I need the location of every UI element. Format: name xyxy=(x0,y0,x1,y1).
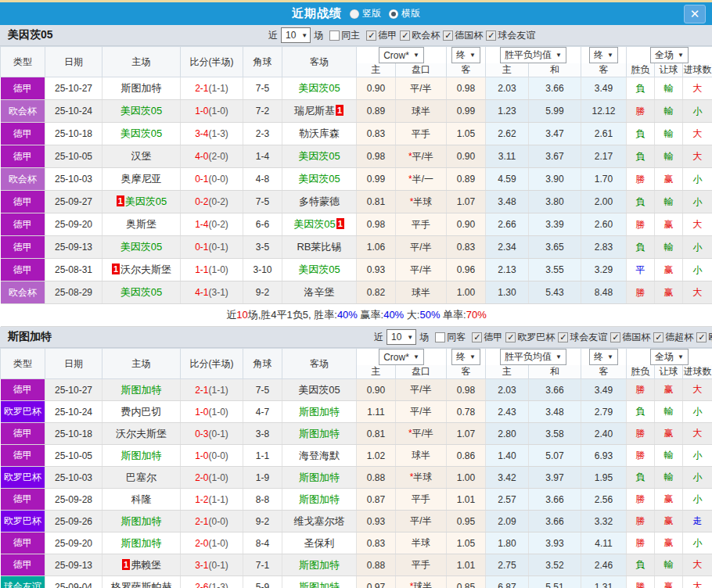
home-team-cell[interactable]: 美因茨05 xyxy=(102,100,181,123)
league-filter-德甲[interactable]: ✓德甲 xyxy=(472,331,502,344)
away-team-cell[interactable]: 斯图加特 xyxy=(282,576,357,588)
home-team-cell[interactable]: 1弗赖堡 xyxy=(102,554,181,576)
odds-stage-select[interactable]: 终▼ xyxy=(451,47,480,63)
team-name[interactable]: 沃尔夫斯堡 xyxy=(120,264,171,275)
away-team-cell[interactable]: 海登海默 xyxy=(282,445,357,467)
team-name[interactable]: 奥摩尼亚 xyxy=(121,173,162,185)
away-team-cell[interactable]: 美因茨05 xyxy=(282,259,357,281)
bookmaker-select[interactable]: Crow*▼ xyxy=(379,47,424,63)
team-name[interactable]: 斯图加特 xyxy=(299,581,340,588)
home-team-cell[interactable]: 奥摩尼亚 xyxy=(102,168,181,191)
team-name[interactable]: 勒沃库森 xyxy=(299,127,340,139)
home-team-cell[interactable]: 美因茨05 xyxy=(102,123,181,145)
checkbox-icon[interactable]: ✓ xyxy=(505,332,516,342)
checkbox-icon[interactable]: ✓ xyxy=(653,332,663,342)
team-name[interactable]: 格罗萨斯帕赫 xyxy=(111,581,172,588)
team-name[interactable]: 美因茨05 xyxy=(120,127,162,139)
home-team-cell[interactable]: 斯图加特 xyxy=(102,445,181,467)
home-team-cell[interactable]: 斯图加特 xyxy=(102,379,181,401)
team-name[interactable]: RB莱比锡 xyxy=(297,241,341,253)
avg-stage-select[interactable]: 终▼ xyxy=(589,47,618,63)
checkbox-icon[interactable]: ✓ xyxy=(558,332,568,342)
radio-selected-icon[interactable] xyxy=(389,9,398,19)
away-team-cell[interactable]: 维戈塞尔塔 xyxy=(282,511,357,532)
home-team-cell[interactable]: 奥斯堡 xyxy=(102,213,181,236)
team-name[interactable]: 沃尔夫斯堡 xyxy=(116,428,167,439)
team-name[interactable]: 斯图加特 xyxy=(121,384,162,396)
away-team-cell[interactable]: 美因茨05 xyxy=(282,168,357,191)
team-name[interactable]: 洛辛堡 xyxy=(304,286,335,298)
team-name[interactable]: 圣保利 xyxy=(304,537,335,549)
avg-stage-select[interactable]: 终▼ xyxy=(589,349,618,365)
home-team-cell[interactable]: 巴塞尔 xyxy=(102,467,181,489)
checkbox-icon[interactable] xyxy=(435,332,445,342)
checkbox-icon[interactable]: ✓ xyxy=(400,30,410,41)
away-team-cell[interactable]: 美因茨051 xyxy=(282,213,357,236)
team-name[interactable]: 美因茨05 xyxy=(298,173,340,185)
team-name[interactable]: 美因茨05 xyxy=(293,218,335,230)
team-name[interactable]: 斯图加特 xyxy=(121,537,162,549)
away-team-cell[interactable]: 瑞尼斯基1 xyxy=(282,100,357,123)
away-team-cell[interactable]: 美因茨05 xyxy=(282,145,357,168)
away-team-cell[interactable]: 美因茨05 xyxy=(282,379,357,401)
team-name[interactable]: 维戈塞尔塔 xyxy=(294,515,345,527)
checkbox-icon[interactable]: ✓ xyxy=(610,332,620,342)
team-name[interactable]: 美因茨05 xyxy=(120,105,162,117)
league-filter-德超杯[interactable]: ✓德超杯 xyxy=(653,331,693,344)
home-team-cell[interactable]: 斯图加特 xyxy=(102,532,181,554)
home-team-cell[interactable]: 斯图加特 xyxy=(102,77,181,100)
home-team-cell[interactable]: 1美因茨05 xyxy=(102,191,181,213)
checkbox-icon[interactable]: ✓ xyxy=(443,30,453,41)
away-team-cell[interactable]: 斯图加特 xyxy=(282,401,357,423)
odds-stage-select[interactable]: 终▼ xyxy=(451,349,480,365)
away-team-cell[interactable]: 勒沃库森 xyxy=(282,123,357,145)
scope-select[interactable]: 全场▼ xyxy=(650,47,689,63)
away-team-cell[interactable]: 斯图加特 xyxy=(282,489,357,511)
away-team-cell[interactable]: 斯图加特 xyxy=(282,554,357,576)
team-name[interactable]: 美因茨05 xyxy=(298,264,340,275)
match-count-select[interactable]: 10 ▼ xyxy=(387,329,416,345)
team-name[interactable]: 科隆 xyxy=(131,493,152,505)
home-team-cell[interactable]: 沃尔夫斯堡 xyxy=(102,423,181,445)
checkbox-icon[interactable]: ✓ xyxy=(472,332,482,342)
league-filter-德国杯[interactable]: ✓德国杯 xyxy=(610,331,650,344)
away-team-cell[interactable]: RB莱比锡 xyxy=(282,236,357,259)
checkbox-icon[interactable]: ✓ xyxy=(696,332,707,342)
team-name[interactable]: 斯图加特 xyxy=(121,82,162,94)
team-name[interactable]: 弗赖堡 xyxy=(131,559,161,571)
home-team-cell[interactable]: 费内巴切 xyxy=(102,401,181,423)
scope-select[interactable]: 全场▼ xyxy=(650,349,689,365)
away-team-cell[interactable]: 圣保利 xyxy=(282,532,357,554)
away-team-cell[interactable]: 多特蒙德 xyxy=(282,191,357,213)
layout-radio-vertical[interactable]: 竖版 xyxy=(350,7,381,20)
team-name[interactable]: 费内巴切 xyxy=(121,406,162,418)
league-filter-欧冠杯[interactable]: ✓欧冠杯 xyxy=(696,331,712,344)
league-filter-德甲[interactable]: ✓德甲 xyxy=(366,29,397,42)
team-name[interactable]: 美因茨05 xyxy=(298,384,340,396)
league-filter-球会友谊[interactable]: ✓球会友谊 xyxy=(558,331,607,344)
league-filter-德国杯[interactable]: ✓德国杯 xyxy=(443,29,483,42)
team-name[interactable]: 斯图加特 xyxy=(121,450,162,461)
away-team-cell[interactable]: 洛辛堡 xyxy=(282,281,357,304)
home-team-cell[interactable]: 格罗萨斯帕赫 xyxy=(102,576,181,588)
team-name[interactable]: 美因茨05 xyxy=(120,286,162,298)
bookmaker-select[interactable]: Crow*▼ xyxy=(379,349,424,365)
team-name[interactable]: 斯图加特 xyxy=(299,406,340,418)
team-name[interactable]: 斯图加特 xyxy=(299,471,340,483)
layout-radio-horizontal[interactable]: 横版 xyxy=(389,7,420,20)
team-name[interactable]: 巴塞尔 xyxy=(126,471,156,483)
team-name[interactable]: 斯图加特 xyxy=(299,559,340,571)
match-count-select[interactable]: 10 ▼ xyxy=(281,27,311,43)
home-team-cell[interactable]: 1沃尔夫斯堡 xyxy=(102,259,181,281)
avg-odds-select[interactable]: 胜平负均值▼ xyxy=(500,349,566,365)
home-team-cell[interactable]: 斯图加特 xyxy=(102,511,181,532)
home-team-cell[interactable]: 美因茨05 xyxy=(102,281,181,304)
away-team-cell[interactable]: 美因茨05 xyxy=(282,77,357,100)
team-name[interactable]: 斯图加特 xyxy=(299,493,340,505)
team-name[interactable]: 汉堡 xyxy=(131,150,152,162)
checkbox-icon[interactable] xyxy=(329,30,340,41)
avg-odds-select[interactable]: 胜平负均值▼ xyxy=(500,47,566,63)
same-venue-checkbox[interactable]: 同主 xyxy=(329,29,360,42)
home-team-cell[interactable]: 科隆 xyxy=(102,489,181,511)
away-team-cell[interactable]: 斯图加特 xyxy=(282,423,357,445)
